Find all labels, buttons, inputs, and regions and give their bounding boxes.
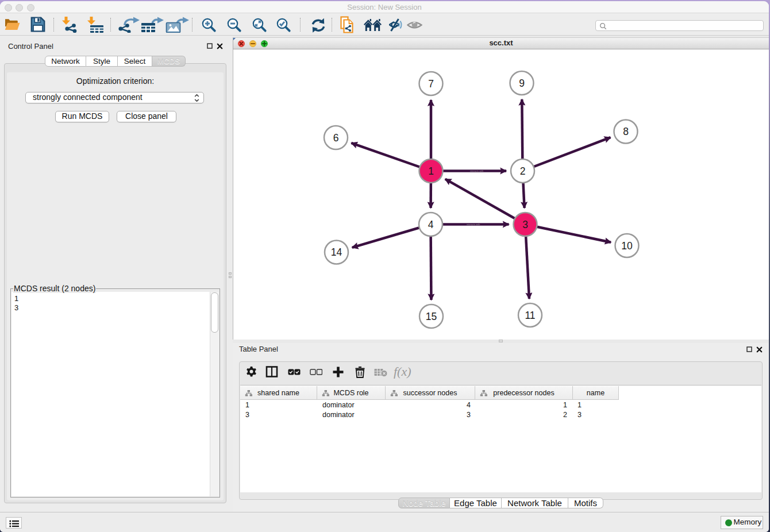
svg-text:8: 8 (623, 126, 629, 137)
svg-text:9: 9 (519, 78, 525, 89)
svg-text:interacts with: interacts with (467, 223, 480, 226)
svg-text:7: 7 (428, 78, 434, 90)
svg-text:6: 6 (333, 132, 339, 144)
svg-text:14: 14 (331, 246, 342, 258)
svg-text:15: 15 (426, 311, 437, 322)
svg-text:11: 11 (525, 310, 535, 321)
svg-text:interacts with: interacts with (470, 169, 483, 172)
svg-text:1: 1 (428, 165, 434, 177)
svg-text:4: 4 (428, 219, 434, 230)
svg-text:3: 3 (522, 219, 528, 230)
svg-text:10: 10 (621, 240, 633, 252)
svg-text:2: 2 (520, 165, 526, 177)
